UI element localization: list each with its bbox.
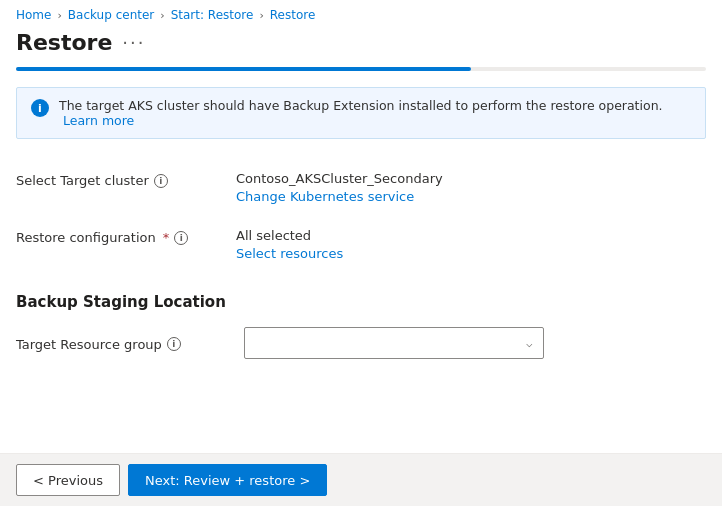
progress-bar-fill bbox=[16, 67, 471, 71]
breadcrumb-sep-1: › bbox=[57, 9, 61, 22]
target-rg-info-tip[interactable]: i bbox=[167, 337, 181, 351]
target-cluster-row: Select Target cluster i Contoso_AKSClust… bbox=[16, 159, 706, 216]
breadcrumb: Home › Backup center › Start: Restore › … bbox=[0, 0, 722, 26]
resource-group-row: Target Resource group i ⌵ bbox=[0, 323, 722, 359]
breadcrumb-home[interactable]: Home bbox=[16, 8, 51, 22]
target-cluster-label: Select Target cluster i bbox=[16, 171, 236, 188]
restore-config-info-tip[interactable]: i bbox=[174, 231, 188, 245]
more-options-icon[interactable]: ··· bbox=[122, 32, 145, 53]
select-resources-link[interactable]: Select resources bbox=[236, 246, 706, 261]
change-k8s-link[interactable]: Change Kubernetes service bbox=[236, 189, 706, 204]
page-header: Restore ··· bbox=[0, 26, 722, 67]
breadcrumb-current: Restore bbox=[270, 8, 316, 22]
restore-config-value: All selected bbox=[236, 228, 706, 243]
restore-config-value-group: All selected Select resources bbox=[236, 228, 706, 261]
previous-button[interactable]: < Previous bbox=[16, 464, 120, 496]
next-button[interactable]: Next: Review + restore > bbox=[128, 464, 327, 496]
target-rg-label: Target Resource group i bbox=[16, 335, 236, 352]
target-cluster-value-group: Contoso_AKSCluster_Secondary Change Kube… bbox=[236, 171, 706, 204]
restore-config-label: Restore configuration * i bbox=[16, 228, 236, 245]
chevron-down-icon: ⌵ bbox=[526, 337, 533, 350]
breadcrumb-backup-center[interactable]: Backup center bbox=[68, 8, 154, 22]
form-section: Select Target cluster i Contoso_AKSClust… bbox=[0, 159, 722, 273]
info-banner: i The target AKS cluster should have Bac… bbox=[16, 87, 706, 139]
breadcrumb-sep-2: › bbox=[160, 9, 164, 22]
breadcrumb-sep-3: › bbox=[259, 9, 263, 22]
target-cluster-value: Contoso_AKSCluster_Secondary bbox=[236, 171, 706, 186]
info-icon: i bbox=[31, 99, 49, 117]
info-banner-text: The target AKS cluster should have Backu… bbox=[59, 98, 691, 128]
page-title: Restore bbox=[16, 30, 112, 55]
breadcrumb-start-restore[interactable]: Start: Restore bbox=[171, 8, 254, 22]
footer-bar: < Previous Next: Review + restore > bbox=[0, 453, 722, 506]
target-cluster-info-tip[interactable]: i bbox=[154, 174, 168, 188]
target-rg-dropdown[interactable]: ⌵ bbox=[244, 327, 544, 359]
required-star: * bbox=[163, 230, 170, 245]
backup-staging-title: Backup Staging Location bbox=[0, 273, 722, 323]
restore-config-row: Restore configuration * i All selected S… bbox=[16, 216, 706, 273]
learn-more-link[interactable]: Learn more bbox=[63, 113, 134, 128]
progress-bar-container bbox=[16, 67, 706, 71]
